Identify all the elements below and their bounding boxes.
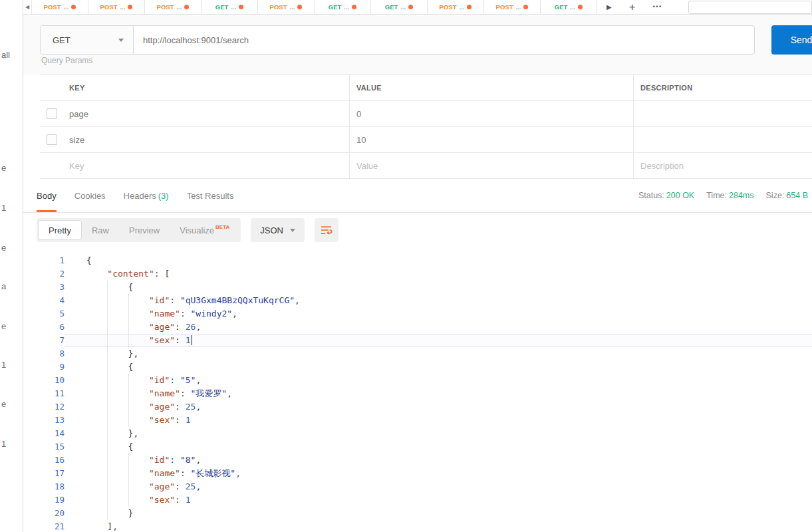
column-header-value: VALUE — [349, 75, 633, 100]
request-tab[interactable]: POST... — [88, 0, 145, 14]
indent-guide — [128, 480, 129, 493]
param-key-cell[interactable]: Key — [63, 153, 349, 178]
param-value-cell[interactable]: Value — [349, 153, 633, 178]
run-collection-icon[interactable]: ▶ — [607, 4, 612, 11]
sidebar-item-fragment[interactable]: 1 — [1, 203, 6, 213]
param-key-cell[interactable]: page — [63, 101, 349, 126]
sidebar-item-fragment[interactable]: 1 — [1, 360, 6, 370]
sidebar-item-fragment[interactable]: e — [1, 321, 6, 331]
tab-title: ... — [63, 3, 68, 11]
response-tab-headers[interactable]: Headers (3) — [124, 179, 169, 212]
code-line[interactable]: 8 }, — [23, 347, 812, 360]
sidebar-item-fragment[interactable]: e — [1, 243, 6, 253]
column-header-key: KEY — [63, 75, 349, 100]
tab-method-label: GET — [555, 3, 568, 11]
code-line[interactable]: 15 { — [23, 440, 812, 454]
code-line[interactable]: 5 "name": "windy2", — [23, 307, 812, 321]
sidebar-item-fragment[interactable]: a — [1, 281, 6, 291]
code-line[interactable]: 10 "id": "5", — [23, 374, 812, 387]
more-options-icon[interactable]: ••• — [653, 4, 662, 10]
tab-title: ... — [176, 3, 182, 11]
view-mode-preview[interactable]: Preview — [119, 218, 170, 242]
view-mode-pretty[interactable]: Pretty — [38, 220, 82, 240]
send-button[interactable]: Send — [771, 25, 812, 55]
indent-guide — [107, 400, 108, 414]
request-tab[interactable]: POST... — [145, 0, 202, 14]
tab-bar-actions: ▶ + ••• — [607, 0, 662, 14]
scroll-tabs-left-icon[interactable]: ◀ — [23, 0, 32, 14]
response-tab-cookies[interactable]: Cookies — [74, 179, 106, 212]
code-line[interactable]: 16 "id": "8", — [23, 454, 812, 467]
tab-method-label: POST — [44, 3, 61, 11]
code-line[interactable]: 19 "sex": 1 — [23, 493, 812, 507]
request-tab[interactable]: GET... — [541, 0, 597, 14]
wrap-text-button[interactable] — [315, 218, 338, 242]
tab-method-label: GET — [329, 3, 342, 11]
request-tab[interactable]: GET... — [315, 0, 371, 14]
response-tabs: BodyCookiesHeaders (3)Test Results — [37, 179, 251, 212]
code-line[interactable]: 6 "age": 26, — [23, 321, 812, 334]
code-line[interactable]: 9 { — [23, 360, 812, 374]
param-key-cell[interactable]: size — [63, 127, 349, 152]
param-description-cell[interactable] — [633, 101, 812, 126]
add-tab-button[interactable]: + — [629, 1, 636, 13]
param-checkbox[interactable] — [47, 108, 57, 119]
code-line[interactable]: 11 "name": "我爱罗", — [23, 387, 812, 400]
request-tab[interactable]: GET... — [202, 0, 258, 14]
code-line[interactable]: 12 "age": 25, — [23, 400, 812, 414]
sidebar-item-fragment[interactable]: all — [1, 50, 10, 60]
method-dropdown[interactable]: GET — [41, 26, 134, 54]
param-checkbox[interactable] — [47, 134, 57, 145]
code-line[interactable]: 7 "sex": 1 — [23, 334, 812, 347]
tab-method-label: POST — [496, 3, 513, 11]
indent-guide — [107, 334, 108, 347]
param-description-cell[interactable] — [633, 127, 812, 152]
response-header: BodyCookiesHeaders (3)Test Results Statu… — [23, 179, 812, 213]
code-line[interactable]: 1{ — [23, 254, 812, 267]
indent-guide — [128, 454, 129, 467]
sidebar-item-fragment[interactable]: 1 — [1, 439, 6, 449]
response-tab-test-results[interactable]: Test Results — [187, 179, 234, 212]
code-editor[interactable]: 1{2 "content": [3 {4 "id": "qU3Gxm4BBzQQ… — [23, 247, 812, 532]
indent-guide — [107, 480, 108, 493]
request-tab[interactable]: POST... — [258, 0, 315, 14]
code-line[interactable]: 20 } — [23, 507, 812, 520]
param-value-cell[interactable]: 0 — [349, 101, 633, 126]
sidebar-item-fragment[interactable]: e — [1, 399, 6, 409]
view-mode-raw[interactable]: Raw — [82, 218, 119, 242]
response-tab-body[interactable]: Body — [37, 179, 57, 212]
tab-title: ... — [515, 3, 521, 11]
language-dropdown[interactable]: JSON — [251, 218, 305, 242]
request-tab[interactable]: POST... — [484, 0, 541, 14]
line-number: 17 — [23, 467, 65, 480]
view-mode-visualize[interactable]: VisualizeBETA — [170, 218, 239, 242]
request-tab[interactable]: POST... — [428, 0, 484, 14]
request-tab[interactable]: GET... — [371, 0, 428, 14]
param-description-cell[interactable]: Description — [633, 153, 812, 178]
sidebar: alle1eae1e1 — [0, 0, 23, 532]
indent-guide — [107, 427, 108, 440]
code-line[interactable]: 3 { — [23, 281, 812, 294]
line-number: 9 — [23, 360, 65, 374]
line-number: 20 — [23, 507, 65, 520]
params-header-checkbox-cell — [40, 75, 63, 100]
chevron-down-icon — [118, 39, 124, 42]
tab-title: ... — [231, 3, 236, 11]
code-line[interactable]: 17 "name": "长城影视", — [23, 467, 812, 480]
tab-bar: ◀ POST...POST...POST...GET...POST...GET.… — [23, 0, 812, 15]
code-line[interactable]: 18 "age": 25, — [23, 480, 812, 493]
code-line[interactable]: 13 "sex": 1 — [23, 414, 812, 427]
indent-guide — [107, 414, 108, 427]
code-line[interactable]: 2 "content": [ — [23, 267, 812, 281]
line-number: 7 — [23, 334, 65, 347]
environment-selector[interactable] — [688, 1, 812, 14]
param-value-cell[interactable]: 10 — [349, 127, 633, 152]
url-input[interactable] — [134, 26, 754, 54]
indent-guide — [107, 281, 108, 294]
line-number: 6 — [23, 321, 65, 334]
request-tab[interactable]: POST... — [32, 0, 88, 14]
code-line[interactable]: 21 ], — [23, 520, 812, 532]
code-line[interactable]: 4 "id": "qU3Gxm4BBzQQxTuKqrCG", — [23, 294, 812, 307]
sidebar-item-fragment[interactable]: e — [1, 163, 6, 173]
code-line[interactable]: 14 }, — [23, 427, 812, 440]
